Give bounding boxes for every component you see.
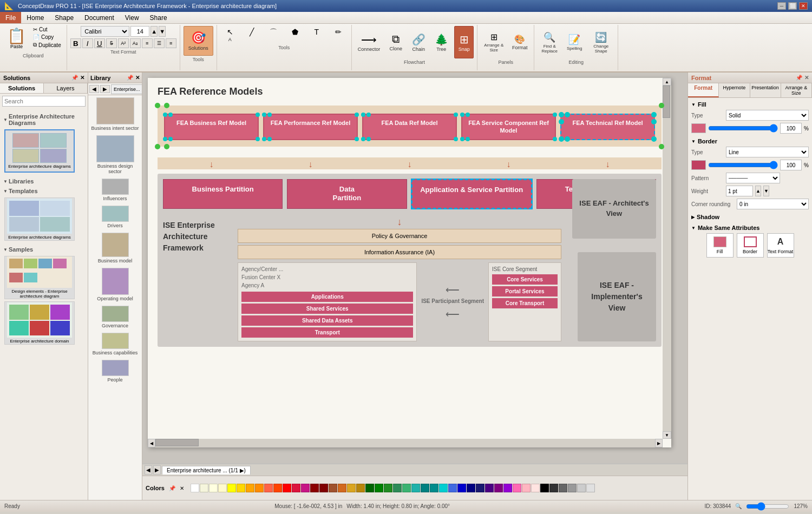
color-darkgoldenrod[interactable]	[356, 484, 365, 492]
paste-button[interactable]: 📋 Paste	[3, 26, 30, 52]
chain-button[interactable]: 🔗 Chain	[409, 26, 428, 58]
snap-button[interactable]: ⊞ Snap	[454, 26, 474, 58]
thumbnail-design-elements[interactable]: Design elements - Enterprise architectur…	[4, 256, 75, 299]
border-weight-input[interactable]	[726, 186, 753, 196]
color-medvioletred[interactable]	[301, 484, 310, 492]
spelling-button[interactable]: 📝 Spelling	[564, 26, 585, 58]
color-lemon[interactable]	[218, 484, 227, 492]
page-tab-1[interactable]: Enterprise architecture ... (1/1 ▶)	[162, 466, 251, 475]
color-crimson[interactable]	[292, 484, 300, 492]
menu-view[interactable]: View	[120, 12, 145, 23]
color-xlightgray[interactable]	[586, 484, 595, 492]
lib-item-0[interactable]: Business intent sector	[90, 97, 140, 131]
arrange-size-button[interactable]: ⊞ Arrange & Size	[481, 26, 507, 58]
color-medseagreen[interactable]	[402, 484, 411, 492]
restore-btn[interactable]: ⬜	[788, 2, 797, 10]
scroll-up-btn[interactable]: ▲	[663, 78, 671, 85]
color-tomato[interactable]	[264, 484, 273, 492]
curve-tool[interactable]: ⌒	[264, 26, 283, 44]
format-tab-presentation[interactable]: Presentation	[750, 83, 781, 97]
format-panel-button[interactable]: 🎨 Format	[509, 26, 531, 58]
italic-button[interactable]: I	[82, 38, 93, 48]
font-size-input[interactable]	[130, 26, 149, 37]
scroll-down-btn[interactable]: ▼	[663, 431, 671, 439]
make-same-header[interactable]: Make Same Attributes	[691, 225, 809, 231]
color-darkred[interactable]	[310, 484, 319, 492]
transport-box[interactable]: Transport	[241, 327, 413, 338]
arrow-tool[interactable]: ↖A	[220, 26, 240, 44]
text-tool[interactable]: T	[307, 26, 326, 44]
v-scroll-thumb[interactable]	[663, 85, 670, 118]
connector-button[interactable]: ⟶ Connector	[355, 26, 383, 58]
lib-item-1[interactable]: Business design sector	[90, 135, 140, 174]
policy-governance-box[interactable]: Policy & Governance	[238, 229, 561, 243]
format-pin-icon[interactable]: 📌	[796, 75, 802, 81]
section-templates[interactable]: Templates	[2, 186, 86, 195]
fea-ref-card-1[interactable]: FEA Performance Ref Model	[263, 114, 358, 140]
lib-item-6[interactable]: Governance	[90, 306, 140, 328]
scroll-left-btn[interactable]: ◀	[148, 439, 155, 447]
color-darkgray[interactable]	[549, 484, 558, 492]
h-scroll-thumb[interactable]	[155, 439, 199, 446]
color-green[interactable]	[375, 484, 383, 492]
canvas[interactable]: FEA Reference Models	[148, 78, 671, 447]
vertical-scrollbar[interactable]: ▲ ▼	[663, 78, 671, 439]
section-samples[interactable]: Samples	[2, 244, 86, 254]
horizontal-scrollbar[interactable]: ◀ ▶	[148, 439, 663, 447]
solutions-close-icon[interactable]: ✕	[80, 75, 84, 81]
close-btn[interactable]: ✕	[799, 2, 808, 10]
border-opacity-input[interactable]	[780, 160, 802, 170]
format-tab-format[interactable]: Format	[688, 83, 719, 97]
subscript-button[interactable]: A₂	[130, 38, 141, 48]
info-assurance-box[interactable]: Information Assurance (IA)	[238, 245, 561, 259]
color-gold[interactable]	[237, 484, 245, 492]
applications-box[interactable]: Applications	[241, 292, 413, 302]
menu-document[interactable]: Document	[79, 12, 120, 23]
minimize-btn[interactable]: ─	[777, 2, 786, 10]
align-center-button[interactable]: ☰	[154, 38, 165, 48]
lib-item-2[interactable]: Influencers	[90, 179, 140, 201]
fill-opacity-slider[interactable]	[708, 124, 778, 132]
line-tool[interactable]: ╱	[242, 26, 261, 44]
format-tab-hypernote[interactable]: Hypernote	[719, 83, 750, 97]
format-tab-arrange[interactable]: Arrange & Size	[781, 83, 812, 97]
tab-layers[interactable]: Layers	[44, 83, 88, 93]
library-selector[interactable]: Enterprise...	[111, 84, 142, 94]
fea-ref-card-3[interactable]: FEA Service Component Ref Model	[461, 114, 556, 140]
color-royalblue[interactable]	[448, 484, 457, 492]
align-right-button[interactable]: ≡	[166, 38, 176, 48]
underline-button[interactable]: U	[94, 38, 105, 48]
shadow-section-header[interactable]: Shadow	[691, 214, 809, 220]
partition-data[interactable]: DataPartition	[287, 179, 407, 209]
color-medblue[interactable]	[457, 484, 466, 492]
find-replace-button[interactable]: 🔍 Find & Replace	[538, 26, 561, 58]
color-sienna[interactable]	[329, 484, 337, 492]
duplicate-button[interactable]: ⧉Duplicate	[31, 41, 63, 49]
lib-item-4[interactable]: Business model	[90, 233, 140, 263]
solutions-search-input[interactable]	[2, 96, 86, 107]
partition-business[interactable]: Business Partition	[163, 179, 283, 209]
color-darkgreen[interactable]	[365, 484, 374, 492]
library-back-btn[interactable]: ◀	[89, 85, 99, 93]
section-ea-diagrams[interactable]: Enterprise Architecture Diagrams	[2, 111, 86, 127]
make-same-border-btn[interactable]: Border	[737, 233, 764, 258]
format-close-icon[interactable]: ✕	[804, 75, 809, 81]
strikethrough-button[interactable]: S̶	[106, 38, 117, 48]
color-darkcyan[interactable]	[430, 484, 438, 492]
color-seagreen[interactable]	[393, 484, 402, 492]
color-gray[interactable]	[559, 484, 567, 492]
color-orange[interactable]	[246, 484, 254, 492]
color-lightyellow[interactable]	[209, 484, 218, 492]
color-indigo[interactable]	[485, 484, 494, 492]
shared-services-box[interactable]: Shared Services	[241, 304, 413, 314]
cut-button[interactable]: ✂Cut	[31, 26, 63, 33]
fill-type-select[interactable]: Solid	[726, 110, 809, 121]
diagram-bg[interactable]: FEA Reference Models	[148, 78, 671, 447]
menu-home[interactable]: Home	[21, 12, 49, 23]
clone-button[interactable]: ⧉ Clone	[386, 26, 405, 58]
core-transport-box[interactable]: Core Transport	[492, 298, 558, 308]
canvas-scroll[interactable]: FEA Reference Models	[142, 73, 687, 464]
thumbnail-ea-diagrams[interactable]: Enterprise architecture diagrams	[4, 129, 75, 173]
thumbnail-templates[interactable]: Enterprise architecture diagrams	[4, 197, 75, 241]
font-family-select[interactable]: Calibri	[81, 26, 129, 37]
